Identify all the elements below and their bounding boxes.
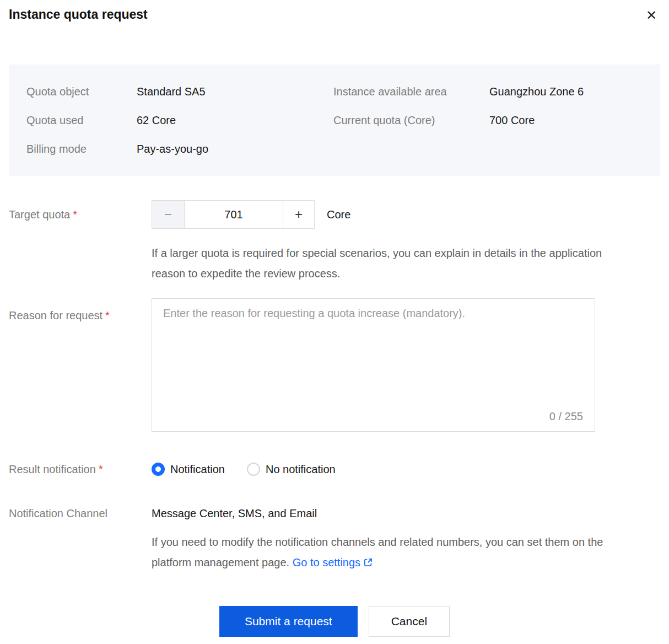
result-notification-radio-group: Notification No notification — [152, 463, 336, 476]
info-value-available-area: Guangzhou Zone 6 — [489, 85, 660, 98]
cancel-button[interactable]: Cancel — [369, 606, 450, 637]
notification-channel-row: Notification Channel Message Center, SMS… — [9, 506, 660, 521]
reason-label: Reason for request* — [9, 298, 152, 322]
dialog-header: Instance quota request ✕ — [0, 0, 669, 30]
stepper-minus-button[interactable]: − — [152, 200, 185, 229]
radio-option-notification[interactable]: Notification — [152, 463, 225, 476]
stepper-plus-button[interactable]: + — [283, 200, 315, 229]
radio-option-no-notification-label: No notification — [266, 463, 336, 476]
required-asterisk: * — [99, 463, 103, 475]
quota-info-panel: Quota object Standard SA5 Instance avail… — [9, 65, 660, 176]
notification-channel-label: Notification Channel — [9, 507, 152, 520]
notification-channel-help-body: If you need to modify the notification c… — [152, 536, 603, 568]
radio-option-notification-label: Notification — [170, 463, 225, 476]
target-quota-label: Target quota* — [9, 208, 152, 221]
radio-selected-icon — [152, 463, 165, 476]
quota-unit-label: Core — [327, 208, 350, 221]
notification-channel-value: Message Center, SMS, and Email — [152, 507, 317, 520]
info-value-current-quota: 700 Core — [489, 114, 660, 127]
char-counter: 0 / 255 — [549, 410, 583, 423]
info-label-quota-used: Quota used — [26, 114, 137, 127]
target-quota-label-text: Target quota — [9, 208, 70, 221]
reason-textarea-container: 0 / 255 — [152, 298, 595, 434]
go-to-settings-link-label: Go to settings — [293, 556, 360, 568]
reason-label-text: Reason for request — [9, 309, 102, 321]
reason-textarea[interactable] — [152, 298, 595, 432]
result-notification-row: Result notification* Notification No not… — [9, 461, 660, 477]
radio-unselected-icon — [247, 463, 260, 476]
quantity-stepper: − + — [152, 200, 315, 229]
notification-channel-help-text: If you need to modify the notification c… — [152, 532, 636, 573]
submit-button[interactable]: Submit a request — [219, 606, 358, 637]
info-label-billing-mode: Billing mode — [26, 143, 137, 155]
target-quota-row: Target quota* − + Core — [9, 200, 660, 229]
external-link-icon — [363, 557, 373, 567]
target-quota-help-text: If a larger quota is required for specia… — [152, 243, 636, 284]
required-asterisk: * — [73, 208, 77, 221]
go-to-settings-link[interactable]: Go to settings — [293, 556, 373, 568]
dialog-footer: Submit a request Cancel — [9, 606, 660, 637]
dialog-title: Instance quota request — [9, 7, 660, 22]
required-asterisk: * — [105, 309, 110, 321]
info-label-quota-object: Quota object — [26, 85, 137, 98]
target-quota-input[interactable] — [184, 200, 283, 229]
info-value-billing-mode: Pay-as-you-go — [137, 143, 333, 155]
quota-request-form: Target quota* − + Core If a larger quota… — [9, 200, 660, 637]
result-notification-label-text: Result notification — [9, 463, 96, 475]
result-notification-label: Result notification* — [9, 463, 152, 476]
info-value-quota-object: Standard SA5 — [137, 85, 333, 98]
close-icon[interactable]: ✕ — [644, 7, 659, 24]
info-label-available-area: Instance available area — [333, 85, 489, 98]
reason-row: Reason for request* 0 / 255 — [9, 298, 660, 434]
radio-option-no-notification[interactable]: No notification — [247, 463, 336, 476]
info-value-quota-used: 62 Core — [137, 114, 333, 127]
info-label-current-quota: Current quota (Core) — [333, 114, 489, 127]
instance-quota-request-dialog: Instance quota request ✕ Quota object St… — [0, 0, 669, 637]
